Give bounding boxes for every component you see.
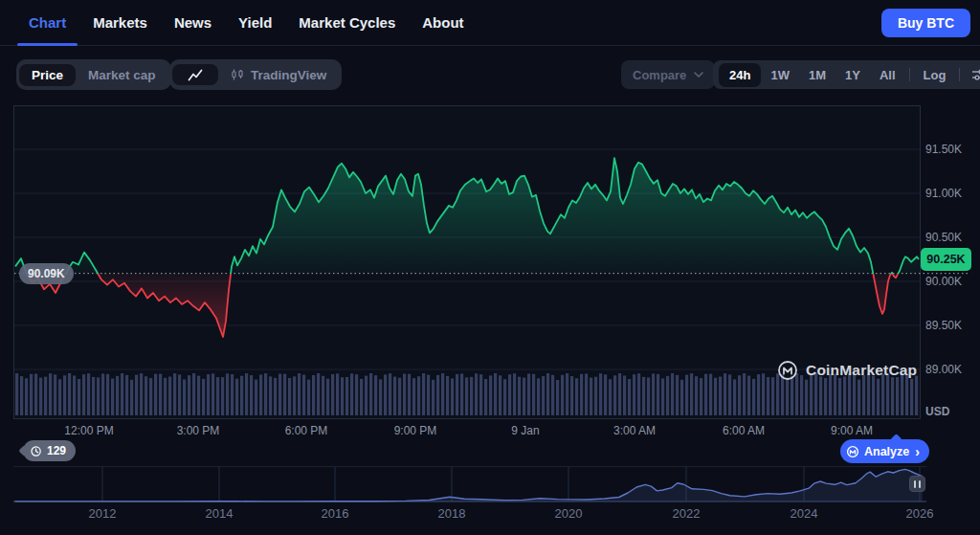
- watermark: CoinMarketCap: [777, 360, 917, 381]
- price-area-up: [15, 158, 919, 337]
- tab-news[interactable]: News: [174, 0, 212, 45]
- analyze-label: Analyze: [864, 445, 909, 458]
- buy-btc-button[interactable]: Buy BTC: [881, 9, 970, 37]
- line-chart-icon: [188, 68, 203, 81]
- tab-about[interactable]: About: [422, 0, 463, 45]
- coinmarketcap-logo-icon: [777, 360, 798, 381]
- history-count: 129: [47, 444, 66, 457]
- analyze-logo-icon: [846, 445, 859, 458]
- price-toggle-button[interactable]: Price: [19, 64, 76, 86]
- y-axis-tick: 89.00K: [925, 363, 962, 376]
- current-price-badge: 90.25K: [921, 248, 971, 271]
- x-axis-tick: 3:00 AM: [601, 424, 668, 437]
- tradingview-style-button[interactable]: TradingView: [218, 64, 339, 86]
- x-axis-tick: 9:00 PM: [382, 424, 449, 437]
- chart-style-toggle: TradingView: [169, 59, 342, 90]
- range-1w-button[interactable]: 1W: [761, 63, 799, 87]
- compare-label: Compare: [633, 68, 686, 82]
- log-scale-button[interactable]: Log: [914, 63, 956, 87]
- price-line-down: [15, 158, 919, 337]
- compare-button[interactable]: Compare: [621, 60, 715, 89]
- line-chart-style-button[interactable]: [172, 64, 218, 85]
- range-24h-button[interactable]: 24h: [719, 63, 761, 87]
- chevron-down-icon: [694, 72, 703, 78]
- year-tick: 2024: [780, 506, 828, 521]
- y-axis-tick: 91.00K: [925, 187, 962, 200]
- y-axis-tick: 90.00K: [925, 275, 962, 288]
- year-tick: 2014: [195, 506, 243, 521]
- crypto-chart-page: Chart Markets News Yield Market Cycles A…: [0, 0, 980, 535]
- divider: [909, 68, 910, 81]
- year-tick: 2022: [662, 506, 710, 521]
- y-axis-tick: 90.50K: [925, 231, 962, 244]
- year-tick: 2020: [545, 506, 592, 521]
- range-brush-handle[interactable]: [909, 476, 925, 492]
- x-axis-tick: 12:00 PM: [56, 424, 122, 437]
- range-1m-button[interactable]: 1M: [799, 63, 835, 87]
- chart-settings-button[interactable]: [964, 69, 980, 80]
- x-axis-tick: 3:00 PM: [165, 424, 232, 437]
- sliders-icon: [971, 69, 980, 80]
- year-tick: 2026: [896, 506, 944, 521]
- x-axis-tick: 6:00 PM: [273, 424, 340, 437]
- history-count-badge[interactable]: 129: [23, 440, 76, 461]
- x-axis-tick: 9:00 AM: [818, 424, 885, 437]
- analyze-button[interactable]: Analyze ›: [840, 439, 929, 463]
- y-axis-tick: 91.50K: [925, 143, 962, 156]
- price-line-up: [15, 158, 919, 337]
- divider: [959, 68, 960, 81]
- year-tick: 2012: [78, 506, 126, 521]
- currency-unit-label: USD: [925, 405, 949, 418]
- tab-markets[interactable]: Markets: [93, 0, 147, 45]
- watermark-label: CoinMarketCap: [806, 362, 917, 379]
- tradingview-label: TradingView: [251, 68, 326, 82]
- history-clock-icon: [30, 445, 42, 457]
- tab-market-cycles[interactable]: Market Cycles: [299, 0, 395, 45]
- tab-yield[interactable]: Yield: [238, 0, 272, 45]
- price-marketcap-toggle: Price Market cap: [16, 59, 171, 90]
- candlestick-icon: [231, 69, 245, 81]
- price-area-down: [15, 158, 919, 337]
- range-all-button[interactable]: All: [870, 63, 905, 87]
- year-tick: 2016: [311, 506, 359, 521]
- mini-area: [15, 469, 924, 502]
- open-price-label: 90.09K: [19, 263, 74, 284]
- y-axis-tick: 89.50K: [925, 319, 962, 332]
- mini-price-line: [15, 469, 924, 502]
- chevron-right-icon: ›: [915, 444, 920, 459]
- range-1y-button[interactable]: 1Y: [835, 63, 870, 87]
- year-tick: 2018: [428, 506, 476, 521]
- top-nav: Chart Markets News Yield Market Cycles A…: [0, 0, 980, 46]
- x-axis-tick: 6:00 AM: [710, 424, 777, 437]
- marketcap-toggle-button[interactable]: Market cap: [76, 64, 168, 86]
- x-axis-tick: 9 Jan: [492, 424, 559, 437]
- tab-chart[interactable]: Chart: [29, 0, 66, 45]
- range-selector: 24h 1W 1M 1Y All Log: [713, 60, 980, 89]
